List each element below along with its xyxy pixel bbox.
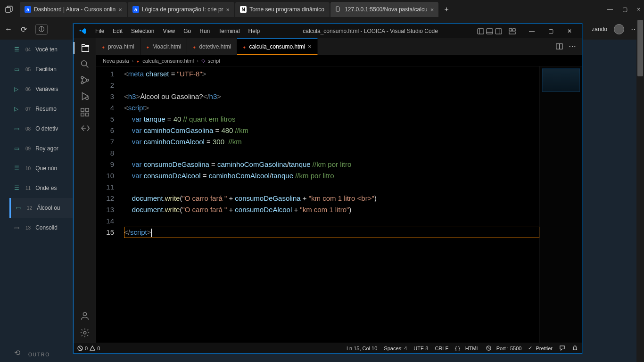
split-editor-icon[interactable]: [556, 43, 563, 50]
back-icon[interactable]: ←: [5, 25, 12, 33]
live-share-icon[interactable]: [79, 122, 91, 134]
play-icon: ▷: [14, 86, 21, 92]
maximize-icon[interactable]: ▢: [541, 28, 560, 34]
panel-right-icon[interactable]: [495, 28, 502, 35]
browser-tab[interactable]: a Lógica de programação I: crie pr ×: [128, 2, 234, 17]
browser-tab[interactable]: 127.0.0.1:5500/Nova pasta/calcu ×: [330, 2, 438, 17]
list-icon: ☰: [14, 46, 21, 53]
book-icon: ▭: [14, 125, 21, 132]
indent-spaces[interactable]: Spaces: 4: [384, 346, 407, 351]
menu-go[interactable]: Go: [180, 26, 195, 36]
close-icon[interactable]: ✕: [560, 28, 579, 34]
book-icon: ▭: [14, 145, 21, 152]
browser-tab-strip: a Dashboard | Alura - Cursos onlin × a L…: [0, 0, 644, 19]
file-favicon: [335, 6, 342, 13]
extensions-icon[interactable]: [79, 106, 91, 118]
breadcrumb[interactable]: Nova pasta › ⬥ calcula_consumo.html › ◇ …: [96, 55, 582, 66]
explorer-icon[interactable]: [74, 42, 96, 54]
svg-rect-21: [85, 108, 88, 111]
editor-tab-active[interactable]: ⬥calcula_consumo.html×: [237, 38, 317, 55]
symbol-icon: ◇: [201, 58, 205, 64]
close-icon[interactable]: ×: [118, 6, 122, 13]
svg-line-29: [487, 346, 490, 350]
search-icon[interactable]: [79, 58, 91, 70]
tab-label: Torne seu programa dinâmico: [249, 6, 324, 13]
svg-point-14: [81, 82, 83, 84]
loop-icon[interactable]: ⟲: [14, 348, 20, 357]
minimize-icon[interactable]: —: [522, 28, 541, 34]
play-icon: ▷: [14, 106, 21, 112]
svg-point-11: [81, 61, 86, 66]
svg-point-15: [86, 79, 89, 82]
editor-tab[interactable]: ⬥detetive.html: [187, 38, 237, 55]
breadcrumb-folder[interactable]: Nova pasta: [103, 58, 129, 64]
minimap[interactable]: [539, 66, 582, 343]
panel-left-icon[interactable]: [477, 28, 484, 35]
page-scrollbar[interactable]: [636, 19, 644, 362]
menu-help[interactable]: Help: [245, 26, 264, 36]
menu-file[interactable]: File: [91, 26, 108, 36]
editor-tab[interactable]: ⬥Moacir.html: [140, 38, 187, 55]
layout-customize-icon[interactable]: [509, 28, 516, 35]
close-icon[interactable]: ×: [430, 6, 434, 13]
gear-icon[interactable]: [79, 327, 91, 339]
home-info-icon[interactable]: ⓘ: [35, 24, 48, 35]
svg-point-17: [85, 97, 88, 100]
prettier-status[interactable]: ✓ Prettier: [528, 345, 553, 351]
close-icon[interactable]: ×: [637, 6, 640, 13]
menu-bar: File Edit Selection View Go Run Terminal…: [91, 26, 264, 36]
svg-point-23: [83, 331, 86, 334]
window-title: calcula_consumo.html - LOGICA - Visual S…: [265, 28, 475, 34]
menu-edit[interactable]: Edit: [109, 26, 126, 36]
bell-icon[interactable]: [572, 345, 578, 351]
browser-tab[interactable]: N Torne seu programa dinâmico: [235, 2, 330, 17]
close-icon[interactable]: ×: [308, 43, 312, 50]
avatar[interactable]: [614, 24, 624, 34]
feedback-icon[interactable]: [559, 345, 565, 351]
text-cursor: [151, 229, 152, 237]
new-tab-button[interactable]: +: [439, 2, 454, 17]
svg-line-12: [86, 66, 88, 68]
svg-rect-1: [478, 28, 484, 33]
menu-selection[interactable]: Selection: [127, 26, 158, 36]
browser-tabs-icon[interactable]: [4, 4, 14, 15]
code-editor[interactable]: 123456789101112131415 <meta charset = "U…: [96, 66, 582, 343]
status-bar: 0 0 Ln 15, Col 10 Spaces: 4 UTF-8 CRLF {…: [74, 343, 582, 353]
eol[interactable]: CRLF: [435, 346, 448, 351]
svg-line-27: [79, 347, 82, 350]
maximize-icon[interactable]: ▢: [622, 6, 627, 13]
html-file-icon: ⬥: [146, 44, 149, 49]
encoding[interactable]: UTF-8: [413, 346, 428, 351]
editor-tab[interactable]: ⬥prova.html: [96, 38, 140, 55]
language-mode[interactable]: { } HTML: [455, 346, 479, 351]
breadcrumb-file[interactable]: calcula_consumo.html: [142, 58, 194, 64]
panel-bottom-icon[interactable]: [486, 28, 493, 35]
minimize-icon[interactable]: —: [607, 6, 613, 13]
menu-run[interactable]: Run: [196, 26, 214, 36]
svg-rect-8: [512, 28, 515, 31]
refresh-icon[interactable]: ⟳: [21, 25, 27, 34]
more-icon[interactable]: ⋯: [569, 42, 576, 51]
menu-view[interactable]: View: [159, 26, 179, 36]
alura-favicon: a: [25, 6, 31, 13]
menu-terminal[interactable]: Terminal: [215, 26, 243, 36]
live-server-port[interactable]: Port : 5500: [486, 346, 522, 351]
outro-label: OUTRO: [28, 352, 50, 357]
breadcrumb-symbol[interactable]: script: [208, 58, 220, 64]
cursor-position[interactable]: Ln 15, Col 10: [347, 346, 377, 351]
close-icon[interactable]: ×: [226, 6, 230, 13]
account-icon[interactable]: [79, 310, 91, 322]
svg-point-13: [81, 76, 83, 79]
notion-favicon: N: [240, 6, 247, 13]
chevron-right-icon: ›: [197, 58, 198, 64]
browser-tab[interactable]: a Dashboard | Alura - Cursos onlin ×: [20, 2, 127, 17]
svg-point-22: [83, 313, 86, 316]
html-file-icon: ⬥: [243, 44, 246, 49]
code-lines[interactable]: <meta charset = "UTF-8"> <h3>Álcool ou G…: [120, 66, 539, 343]
editor-area: ⬥prova.html ⬥Moacir.html ⬥detetive.html …: [96, 38, 582, 343]
svg-rect-19: [81, 113, 83, 116]
run-debug-icon[interactable]: [79, 90, 91, 102]
problems-indicator[interactable]: 0 0: [77, 346, 100, 351]
svg-rect-20: [85, 113, 88, 116]
source-control-icon[interactable]: [79, 74, 91, 86]
